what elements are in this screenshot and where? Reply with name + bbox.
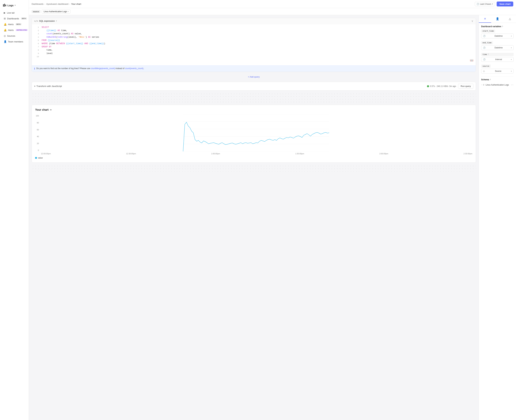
schema-title: Schema ? xyxy=(481,78,514,81)
status-dot xyxy=(427,85,429,87)
save-chart-button[interactable]: Save chart xyxy=(497,1,513,7)
breadcrumb-item-dashboard[interactable]: Ayooluwa's dashboard xyxy=(46,3,68,5)
chart-x-axis: 12:00:00pm 12:30:00pm 1:00:00pm 1:30:00p… xyxy=(35,152,472,155)
breadcrumb-current: Your chart xyxy=(71,3,81,5)
sql-title-chevron: ▾ xyxy=(56,20,57,22)
panel-tab-user[interactable]: 👤 xyxy=(491,15,504,23)
schema-more-icon[interactable]: ⋯ xyxy=(511,83,514,86)
code-line-6: 6 WHERE (time BETWEEN {{start_time}} AND… xyxy=(32,42,476,45)
transform-js-button[interactable]: + Transform with JavaScript xyxy=(34,85,62,87)
var-select-source[interactable]: ◎ Source ▾ xyxy=(481,69,514,74)
svg-rect-0 xyxy=(3,4,4,7)
chart-svg xyxy=(40,114,472,151)
breadcrumb: Dashboards › Ayooluwa's dashboard › Your… xyxy=(32,3,81,5)
hint-link-count-merge[interactable]: countMerge(events_count) xyxy=(91,67,115,70)
var-type-time: Interval xyxy=(495,58,502,61)
x-label-200: 2:00:00pm xyxy=(379,153,388,155)
code-line-10: 10 xyxy=(32,55,476,58)
sources-icon: ◎ xyxy=(4,34,6,37)
sql-collapse-icon[interactable]: ∨ xyxy=(471,19,473,22)
sidebar-item-label: Team members xyxy=(8,40,23,43)
sql-editor-title[interactable]: </> SQL expression ▾ xyxy=(34,20,57,22)
var-name-end-time: end_time xyxy=(481,41,493,44)
chart-title: Your chart ✏ xyxy=(35,108,472,111)
time-selector[interactable]: 🕐 Last 3 hours ▾ xyxy=(475,2,495,6)
sidebar-item-dashboards[interactable]: ⊞ Dashboards BETA xyxy=(1,16,28,21)
var-block-time: time ? 🕐 Interval ▾ xyxy=(481,53,514,62)
schema-item-label: Linux Authentication Logs xyxy=(486,84,509,86)
sidebar-item-live-tail[interactable]: ▶ Live tail xyxy=(1,10,28,15)
dashboard-variables-label: Dashboard variables xyxy=(481,25,501,28)
filter-value-source[interactable]: Linux Authentication Logs ▾ xyxy=(42,9,70,14)
dotted-bg-top xyxy=(32,92,476,103)
run-status-text: 0.57s · 246.11 KiB/s xyxy=(430,85,448,87)
sidebar-item-alerts-beta[interactable]: 🔔 Alerts BETA xyxy=(1,22,28,27)
chart-container: Your chart ✏ 100 80 60 40 20 0 xyxy=(32,105,476,163)
breadcrumb-item-dashboards[interactable]: Dashboards xyxy=(32,3,44,5)
breadcrumb-sep-1: › xyxy=(45,3,45,5)
sidebar-item-label: Dashboards xyxy=(7,17,19,20)
sidebar: Logs ▾ ▶ Live tail ⊞ Dashboards BETA 🔔 A… xyxy=(0,0,29,420)
chart-edit-icon[interactable]: ✏ xyxy=(50,109,52,111)
logo-icon xyxy=(3,3,7,7)
hint-text: Do you want to find out the number of lo… xyxy=(36,67,144,70)
hint-link-count[interactable]: count(events_count) xyxy=(125,67,144,70)
var-select-end-time[interactable]: 🕐 Datetime ▾ xyxy=(481,45,514,50)
var-type-source: Source xyxy=(495,70,501,72)
var-name-source: source xyxy=(481,65,491,68)
panel-tab-alert[interactable]: △ xyxy=(504,15,516,23)
header-right: 🕐 Last 3 hours ▾ Save chart xyxy=(475,1,513,7)
svg-rect-2 xyxy=(5,5,6,6)
schema-expand-icon: › xyxy=(481,84,482,86)
add-query-button[interactable]: + Add query xyxy=(32,74,476,80)
alerts-deprecated-badge: DEPRECATED xyxy=(16,29,28,31)
alerts-deprecated-icon: 🔔 xyxy=(4,29,7,31)
x-label-1200: 12:00:00pm xyxy=(41,153,51,155)
team-icon: 👤 xyxy=(4,40,7,43)
dashboard-variables-help: ? xyxy=(502,25,503,28)
x-label-230: 2:30:00pm xyxy=(463,153,472,155)
code-line-3: 3 count(events_count) AS value, xyxy=(32,32,476,36)
clock-icon-end: 🕐 xyxy=(483,46,486,49)
alerts-beta-badge: BETA xyxy=(16,23,21,25)
time-help-icon: ? xyxy=(488,53,489,55)
sidebar-item-sources[interactable]: ◎ Sources xyxy=(1,33,28,38)
panel-content: Dashboard variables ? start_time 🕐 Datet… xyxy=(479,23,516,90)
x-label-130: 1:30:00pm xyxy=(295,153,304,155)
y-label-20: 20 xyxy=(35,142,39,144)
var-select-time[interactable]: 🕐 Interval ▾ xyxy=(481,57,514,62)
dotted-bg-bottom xyxy=(32,165,476,172)
legend-dot xyxy=(35,157,37,159)
plus-icon: + xyxy=(34,85,36,87)
chart-line xyxy=(183,122,329,151)
time-selector-label: Last 3 hours xyxy=(480,3,491,5)
sql-book-icon[interactable]: 📖 xyxy=(470,59,473,62)
run-query-button[interactable]: Run query xyxy=(458,84,473,89)
code-line-4: 4 COALESCE(toString(level), 'NULL') AS s… xyxy=(32,36,476,39)
var-type-start-time: Datetime xyxy=(494,35,503,37)
y-label-40: 40 xyxy=(35,135,39,137)
app-name: Logs xyxy=(8,4,14,7)
schema-help-icon: ? xyxy=(490,79,491,81)
run-status: 0.57s · 246.11 KiB/s 3m ago xyxy=(427,85,456,87)
schema-section: › ⚙ Linux Authentication Logs ⋯ xyxy=(481,82,514,87)
add-query-label: + Add query xyxy=(248,75,260,78)
code-line-1: 1 SELECT xyxy=(32,26,476,29)
sidebar-item-team-members[interactable]: 👤 Team members xyxy=(1,39,28,44)
header: Dashboards › Ayooluwa's dashboard › Your… xyxy=(29,0,516,8)
dashboards-icon: ⊞ xyxy=(4,17,6,20)
dashboards-badge: BETA xyxy=(21,17,27,20)
schema-item-linux-auth[interactable]: › ⚙ Linux Authentication Logs ⋯ xyxy=(481,82,514,87)
sql-hint: ℹ Do you want to find out the number of … xyxy=(32,65,476,72)
chevron-down-icon-end: ▾ xyxy=(511,47,512,49)
y-label-60: 60 xyxy=(35,129,39,131)
app-logo[interactable]: Logs ▾ xyxy=(0,2,29,10)
var-select-start-time[interactable]: 🕐 Datetime ▾ xyxy=(481,34,514,38)
chevron-down-icon-source: ▾ xyxy=(511,70,512,72)
sidebar-item-alerts-deprecated[interactable]: 🔔 Alerts DEPRECATED xyxy=(1,27,28,33)
sql-code: 1 SELECT 2 {{time}} AS time, 3 count(eve… xyxy=(32,24,476,65)
schema-db-icon: ⚙ xyxy=(483,84,485,86)
var-block-end-time: end_time 🕐 Datetime ▾ xyxy=(481,41,514,50)
panel-tab-close[interactable]: ✕ xyxy=(479,15,491,23)
sidebar-item-label: Sources xyxy=(7,35,15,37)
